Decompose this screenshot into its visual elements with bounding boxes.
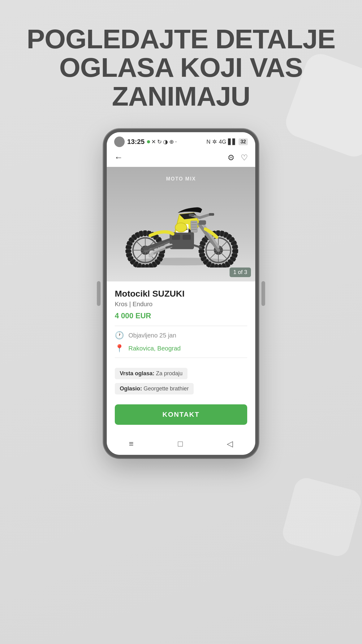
contact-button[interactable]: KONTAKT bbox=[115, 404, 247, 425]
headline-line1: POGLEDAJTE DETALJE bbox=[27, 24, 335, 54]
listing-title: Motocikl SUZUKI bbox=[115, 289, 247, 299]
status-time: 13:25 bbox=[127, 138, 144, 146]
published-text: Objavljeno 25 jan bbox=[128, 332, 176, 339]
status-left: 13:25 ✕ ↻ ◑ ⊕ • bbox=[114, 137, 177, 147]
scroll-handle-right bbox=[261, 281, 265, 306]
status-signal-icon: ▋▋ bbox=[228, 138, 237, 145]
listing-category: Kros | Enduro bbox=[115, 301, 247, 308]
status-dots: ✕ ↻ ◑ ⊕ • bbox=[147, 138, 177, 145]
image-counter: 1 of 3 bbox=[230, 268, 251, 277]
nav-back-icon[interactable]: ◁ bbox=[227, 439, 233, 449]
status-dot-sep: • bbox=[175, 139, 177, 144]
headline-section: POGLEDAJTE DETALJE OGLASA KOJI VAS ZANIM… bbox=[0, 25, 362, 111]
published-label: Objavljeno bbox=[128, 332, 158, 339]
tags-section: Vrsta oglasa: Za prodaju Oglasio: George… bbox=[115, 363, 247, 401]
phone-body: 13:25 ✕ ↻ ◑ ⊕ • N ✲ 4G ▋▋ 32 bbox=[104, 129, 258, 458]
page-background: POGLEDAJTE DETALJE OGLASA KOJI VAS ZANIM… bbox=[0, 0, 362, 644]
phone-mockup: 13:25 ✕ ↻ ◑ ⊕ • N ✲ 4G ▋▋ 32 bbox=[104, 129, 258, 458]
clock-icon: 🕐 bbox=[115, 331, 124, 340]
bottom-nav: ≡ □ ◁ bbox=[107, 435, 255, 455]
settings-button[interactable]: ⚙ bbox=[227, 153, 235, 163]
svg-line-30 bbox=[200, 215, 210, 218]
svg-rect-29 bbox=[199, 220, 206, 225]
status-bt-icon: ✲ bbox=[212, 138, 217, 145]
status-4g-icon: 4G bbox=[219, 139, 226, 145]
status-x-icon: ✕ bbox=[151, 138, 156, 145]
vrsta-tag: Vrsta oglasa: Za prodaju bbox=[115, 368, 187, 379]
motorcycle-illustration: DYS bbox=[114, 173, 248, 276]
moto-logo: MOTO MIX bbox=[166, 176, 196, 182]
divider-2 bbox=[115, 358, 247, 358]
published-row: 🕐 Objavljeno 25 jan bbox=[115, 331, 247, 340]
dot-green bbox=[147, 140, 150, 143]
status-refresh-icon: ↻ bbox=[157, 138, 162, 145]
location-row[interactable]: 📍 Rakovica, Beograd bbox=[115, 344, 247, 353]
app-header: ← ⚙ ♡ bbox=[107, 150, 255, 167]
listing-image[interactable]: MOTO MIX bbox=[107, 167, 255, 281]
nav-menu-icon[interactable]: ≡ bbox=[129, 439, 134, 449]
status-theme-icon: ◑ bbox=[163, 138, 168, 145]
svg-rect-26 bbox=[183, 235, 191, 240]
location-text: Rakovica, Beograd bbox=[128, 345, 181, 352]
scroll-handle-left bbox=[97, 281, 101, 306]
oglasio-label: Oglasio: bbox=[120, 385, 142, 392]
oglasio-tag: Oglasio: Georgette brathier bbox=[115, 383, 194, 394]
published-date: 25 jan bbox=[159, 332, 176, 339]
headline-line2: OGLASA KOJI VAS ZANIMAJU bbox=[59, 52, 303, 111]
svg-rect-32 bbox=[209, 213, 214, 215]
location-icon: 📍 bbox=[115, 344, 124, 353]
oglasio-value: Georgette brathier bbox=[144, 385, 189, 392]
status-bar: 13:25 ✕ ↻ ◑ ⊕ • N ✲ 4G ▋▋ 32 bbox=[107, 132, 255, 150]
svg-point-43 bbox=[175, 223, 187, 232]
vrsta-value: Za prodaju bbox=[156, 370, 183, 376]
oglasio-row: Oglasio: Georgette brathier bbox=[115, 383, 247, 394]
divider-1 bbox=[115, 326, 247, 326]
status-nfc-icon: N bbox=[206, 139, 210, 145]
status-extra-icon: ⊕ bbox=[169, 138, 174, 145]
svg-rect-33 bbox=[189, 214, 194, 216]
vrsta-row: Vrsta oglasa: Za prodaju bbox=[115, 368, 247, 379]
back-button[interactable]: ← bbox=[114, 153, 123, 163]
favorite-button[interactable]: ♡ bbox=[241, 153, 248, 163]
status-icons-right: N ✲ 4G ▋▋ 32 bbox=[206, 138, 248, 145]
listing-content: Motocikl SUZUKI Kros | Enduro 4 000 EUR … bbox=[107, 281, 255, 435]
bg-decoration-2 bbox=[280, 475, 362, 559]
header-actions: ⚙ ♡ bbox=[227, 153, 248, 163]
nav-home-icon[interactable]: □ bbox=[178, 439, 183, 449]
listing-price: 4 000 EUR bbox=[115, 311, 247, 320]
battery-level: 32 bbox=[239, 138, 248, 145]
vrsta-label: Vrsta oglasa: bbox=[120, 370, 154, 376]
status-camera bbox=[114, 137, 125, 147]
